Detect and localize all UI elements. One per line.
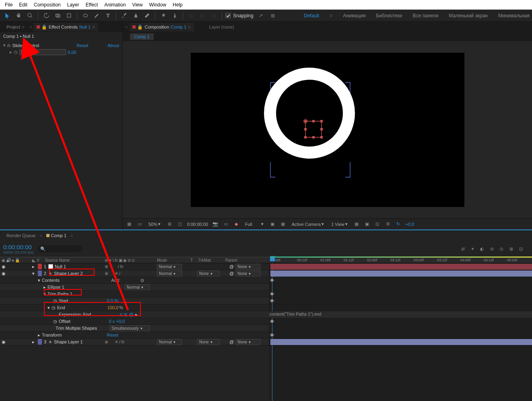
twirl-icon[interactable]: ▾	[43, 291, 46, 297]
layer-shape1[interactable]: Shape Layer 1	[54, 339, 83, 344]
start-value[interactable]: 0,0 %	[107, 298, 118, 303]
mask-tool-icon[interactable]	[64, 11, 74, 21]
grid-icon[interactable]: ⊞	[166, 221, 173, 227]
mode-dd[interactable]: Normal▾	[157, 264, 182, 270]
comp-name-chip[interactable]: Comp 1	[130, 33, 154, 40]
twirl-icon[interactable]: ▾	[38, 278, 40, 283]
type-tool-icon[interactable]	[103, 11, 113, 21]
twirl-icon[interactable]: ▸	[32, 339, 35, 344]
lock-icon[interactable]: 🔒	[41, 25, 47, 30]
brush-tool-icon[interactable]	[120, 11, 129, 21]
menu-composition[interactable]: Composition	[31, 2, 64, 8]
slider-value[interactable]: 0,00	[68, 50, 76, 55]
expr-graph-icon[interactable]: ⊵	[124, 312, 128, 317]
twirl-icon[interactable]: ▸	[32, 264, 35, 269]
mask-toggle-icon[interactable]: ▦	[126, 221, 132, 227]
keyframe-icon[interactable]	[270, 278, 274, 282]
keyframe-icon[interactable]	[270, 298, 274, 303]
effect-controls-tab[interactable]: 🔒 Effect Controls Null 1 ≡	[33, 23, 98, 31]
show-snapshot-icon[interactable]: ▭	[223, 221, 229, 227]
timeline-search[interactable]	[47, 246, 80, 252]
timeline-timecode[interactable]: 0:00:00:00	[3, 244, 34, 250]
zoom-dropdown[interactable]: 50%▾	[147, 221, 162, 227]
color-icon[interactable]: ◆	[233, 221, 239, 227]
tl-opt-7-icon[interactable]: ⊡	[518, 246, 524, 252]
parent-dd[interactable]: None▾	[235, 264, 260, 270]
current-time[interactable]: 0:00:00:00	[187, 222, 208, 227]
hand-tool-icon[interactable]	[14, 11, 23, 21]
lock-header-icon[interactable]: 🔒	[15, 258, 20, 263]
vf-icon4[interactable]: ⚙	[385, 221, 391, 227]
shy-header-icon[interactable]: ◣	[32, 258, 35, 263]
composition-canvas[interactable]	[191, 53, 464, 207]
stopwatch-icon[interactable]: ◷	[52, 305, 56, 310]
pickwhip-icon[interactable]: @	[229, 264, 234, 269]
expr-lang-icon[interactable]: ▸	[135, 312, 138, 317]
keyframe-icon[interactable]	[270, 319, 274, 323]
snapping-checkbox[interactable]	[225, 13, 231, 18]
end-value[interactable]: 100,0	[107, 305, 119, 310]
tl-opt-5-icon[interactable]: ◷	[498, 246, 505, 252]
menu-view[interactable]: View	[129, 2, 146, 8]
snapshot-icon[interactable]: 📷	[212, 221, 219, 227]
project-tab[interactable]: Project≡	[3, 23, 28, 31]
workspace-min[interactable]: Минимальная	[498, 13, 530, 19]
tl-opt-2-icon[interactable]: ✶	[469, 246, 476, 252]
audio-header-icon[interactable]: 🔊	[6, 258, 11, 263]
comp-timeline-tab[interactable]: Comp 1≡	[43, 232, 76, 240]
menu-edit[interactable]: Edit	[16, 2, 31, 8]
tl-opt-6-icon[interactable]: ⊞	[508, 246, 514, 252]
reset-link[interactable]: Reset	[77, 43, 89, 48]
keyframe-icon[interactable]	[270, 333, 274, 337]
trkmat-header[interactable]: .TrkMat	[197, 258, 225, 263]
layer-bar[interactable]	[270, 264, 532, 270]
stopwatch-icon[interactable]: ◷	[53, 319, 57, 324]
parent-header[interactable]: Parent	[225, 258, 262, 263]
layer-bar[interactable]	[270, 339, 532, 345]
channel-icon[interactable]: ▭	[136, 221, 143, 227]
mask-vis-icon[interactable]: ◫	[177, 221, 183, 227]
layer-bar[interactable]	[270, 271, 532, 277]
vf-icon2[interactable]: ▣	[364, 221, 370, 227]
twirl-icon[interactable]: ▸	[10, 50, 12, 55]
keyframe-icon[interactable]	[270, 291, 274, 296]
workspace-anim[interactable]: Анимация	[343, 13, 365, 19]
eye-icon[interactable]: ◉	[2, 264, 6, 269]
puppet-tool-icon[interactable]	[170, 11, 179, 21]
workspace-small[interactable]: Маленький экран	[449, 13, 488, 19]
tl-opt-1-icon[interactable]: ⇄	[460, 246, 466, 252]
layer-color[interactable]	[38, 264, 42, 269]
twirl-icon[interactable]: ▸	[38, 333, 40, 338]
menu-file[interactable]: File	[2, 2, 16, 8]
slider-label-input[interactable]	[19, 49, 66, 55]
time-ruler[interactable]: 00f 00:12f 01:00f 01:12f 02:00f 02:12f 0…	[269, 257, 532, 263]
menu-help[interactable]: Help	[169, 2, 186, 8]
vf-icon1[interactable]: ▦	[353, 221, 360, 227]
expr-enable-icon[interactable]: =	[120, 312, 122, 317]
tl-opt-4-icon[interactable]: ⊘	[489, 246, 495, 252]
transp-icon[interactable]: ▦	[280, 221, 286, 227]
twirl-icon[interactable]: ▸	[43, 285, 46, 290]
selection-tool-icon[interactable]	[2, 11, 12, 21]
pan-behind-tool-icon[interactable]	[53, 11, 62, 21]
snap-opt-2-icon[interactable]: ⊞	[268, 11, 278, 21]
trim-mult-dd[interactable]: Simultaneously▾	[109, 325, 150, 331]
menu-window[interactable]: Window	[146, 2, 169, 8]
ellipse-tool-icon[interactable]	[80, 11, 90, 21]
workspace-all[interactable]: Все панели	[412, 13, 438, 19]
effect-name[interactable]: Slider Control	[12, 43, 39, 48]
menu-layer[interactable]: Layer	[64, 2, 82, 8]
add-icon[interactable]: ⊙	[140, 278, 144, 283]
workspace-lib[interactable]: Библиотеки	[376, 13, 402, 19]
reset-transform[interactable]: Reset	[107, 333, 118, 337]
menu-effect[interactable]: Effect	[82, 2, 101, 8]
exposure-reset-icon[interactable]: ↻	[395, 221, 402, 227]
snap-opt-1-icon[interactable]: ↗	[256, 11, 266, 21]
about-link[interactable]: About	[107, 43, 119, 48]
twirl-icon[interactable]: ▾	[32, 271, 35, 276]
zoom-tool-icon[interactable]	[25, 11, 35, 21]
exposure-val[interactable]: +0,0	[406, 222, 414, 227]
camera-dropdown[interactable]: Active Camera▾	[290, 221, 326, 227]
orbit-tool-icon[interactable]	[41, 11, 51, 21]
roto-tool-icon[interactable]	[159, 11, 168, 21]
